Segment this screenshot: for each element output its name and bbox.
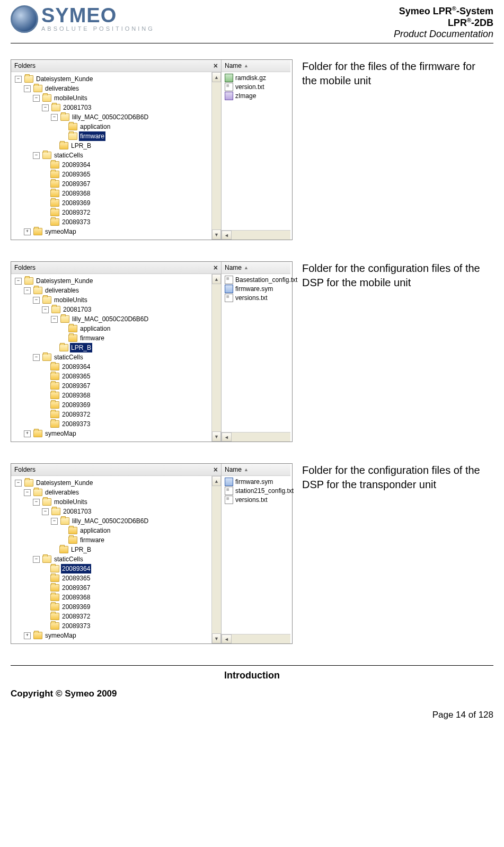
scroll-down-icon[interactable]: ▼ [212,431,221,442]
tree-toggle-icon[interactable]: − [33,556,40,563]
tree-item[interactable]: −mobileUnits [13,93,211,103]
tree-item[interactable]: 20089364 [13,564,211,574]
tree-toggle-icon[interactable]: − [33,297,40,304]
tree-item[interactable]: LPR_B [13,545,211,554]
tree-item-label[interactable]: symeoMap [44,227,77,236]
tree-item[interactable]: 20089372 [13,208,211,217]
folder-tree[interactable]: −Dateisystem_Kunde−deliverables−mobileUn… [11,476,211,643]
tree-toggle-icon[interactable]: − [33,95,40,102]
tree-item-label[interactable]: Dateisystem_Kunde [35,478,94,488]
vertical-scrollbar[interactable]: ▲ ▼ [211,476,221,643]
tree-toggle-icon[interactable]: + [24,430,31,437]
tree-toggle-icon[interactable]: + [24,228,31,235]
tree-toggle-icon[interactable]: − [24,287,31,294]
tree-item[interactable]: −staticCells [13,352,211,362]
tree-item[interactable]: −lilly_MAC_0050C20D6B6D [13,516,211,526]
tree-item[interactable]: −Dateisystem_Kunde [13,478,211,488]
tree-item-label[interactable]: LPR_B [70,141,92,151]
tree-item[interactable]: 20089365 [13,170,211,179]
horizontal-scrollbar[interactable]: ◄ [222,634,290,643]
tree-item[interactable]: 20089369 [13,198,211,208]
tree-item-label[interactable]: 20081703 [62,103,92,112]
tree-item-label[interactable]: 20089364 [61,564,91,574]
tree-item-label[interactable]: 20089367 [61,583,91,593]
tree-item-label[interactable]: Dateisystem_Kunde [35,74,94,84]
file-list[interactable]: ramdisk.gz version.txt zImage [222,72,290,230]
file-item[interactable]: firmware.sym [222,284,290,293]
vertical-scrollbar[interactable]: ▲ ▼ [211,274,221,442]
tree-item-label[interactable]: firmware [79,333,105,343]
tree-item-label[interactable]: lilly_MAC_0050C20D6B6D [71,112,149,122]
tree-item[interactable]: 20089368 [13,391,211,400]
tree-item[interactable]: −deliverables [13,488,211,497]
tree-item-label[interactable]: application [79,526,111,535]
tree-item[interactable]: −20081703 [13,507,211,516]
tree-item[interactable]: 20089369 [13,400,211,410]
scroll-down-icon[interactable]: ▼ [212,633,221,643]
tree-item[interactable]: 20089365 [13,574,211,583]
tree-item[interactable]: application [13,324,211,333]
tree-toggle-icon[interactable]: − [51,518,58,525]
tree-item-label[interactable]: symeoMap [44,429,77,438]
close-icon[interactable]: × [214,466,218,473]
file-item[interactable]: firmware.sym [222,477,290,486]
tree-item-label[interactable]: lilly_MAC_0050C20D6B6D [71,516,149,526]
tree-item-label[interactable]: 20081703 [62,507,92,516]
tree-toggle-icon[interactable]: − [51,114,58,121]
tree-item-label[interactable]: 20089372 [61,410,91,419]
tree-item-label[interactable]: 20089373 [61,217,91,227]
tree-item[interactable]: −staticCells [13,151,211,160]
file-item[interactable]: Basestation_config.txt [222,275,290,284]
tree-item[interactable]: application [13,122,211,131]
tree-item[interactable]: firmware [13,333,211,343]
tree-item-label[interactable]: mobileUnits [53,93,89,103]
tree-item[interactable]: 20089368 [13,593,211,602]
tree-item-label[interactable]: mobileUnits [53,497,89,507]
tree-item[interactable]: +symeoMap [13,631,211,640]
tree-toggle-icon[interactable]: − [51,316,58,323]
tree-item-label[interactable]: deliverables [44,286,80,295]
tree-toggle-icon[interactable]: − [15,76,22,83]
tree-item-label[interactable]: staticCells [53,151,84,160]
folder-tree[interactable]: −Dateisystem_Kunde−deliverables−mobileUn… [11,72,211,240]
tree-item[interactable]: −20081703 [13,305,211,314]
name-column-header[interactable]: Name ▲ [222,60,290,72]
tree-item[interactable]: 20089367 [13,583,211,593]
tree-toggle-icon[interactable]: + [24,632,31,639]
tree-item[interactable]: 20089367 [13,381,211,391]
tree-item[interactable]: −Dateisystem_Kunde [13,276,211,286]
scroll-left-icon[interactable]: ◄ [222,634,232,643]
tree-item-label[interactable]: deliverables [44,488,80,497]
tree-item-label[interactable]: staticCells [53,554,84,564]
tree-item-label[interactable]: 20089369 [61,400,91,410]
tree-item[interactable]: −20081703 [13,103,211,112]
tree-item[interactable]: −mobileUnits [13,497,211,507]
tree-item[interactable]: 20089364 [13,362,211,372]
scroll-down-icon[interactable]: ▼ [212,230,221,240]
tree-item-label[interactable]: 20089368 [61,391,91,400]
tree-item[interactable]: −Dateisystem_Kunde [13,74,211,84]
tree-item-label[interactable]: 20089373 [61,621,91,631]
tree-item-label[interactable]: 20089365 [61,372,91,381]
file-item[interactable]: versions.txt [222,293,290,302]
tree-item-label[interactable]: 20081703 [62,305,92,314]
tree-toggle-icon[interactable]: − [33,499,40,506]
tree-item[interactable]: application [13,526,211,535]
name-column-header[interactable]: Name ▲ [222,464,290,476]
file-item[interactable]: version.txt [222,82,290,91]
tree-item[interactable]: +symeoMap [13,429,211,438]
tree-item-label[interactable]: 20089367 [61,179,91,189]
horizontal-scrollbar[interactable]: ◄ [222,230,290,240]
file-item[interactable]: zImage [222,91,290,100]
tree-item[interactable]: −deliverables [13,286,211,295]
tree-toggle-icon[interactable]: − [15,278,22,285]
tree-item-label[interactable]: mobileUnits [53,295,89,305]
scroll-left-icon[interactable]: ◄ [222,231,232,240]
tree-item[interactable]: 20089372 [13,612,211,621]
tree-item[interactable]: 20089367 [13,179,211,189]
file-item[interactable]: ramdisk.gz [222,73,290,82]
tree-item-label[interactable]: 20089369 [61,198,91,208]
tree-item-label[interactable]: symeoMap [44,631,77,640]
tree-item[interactable]: 20089373 [13,419,211,429]
tree-item[interactable]: 20089369 [13,602,211,612]
